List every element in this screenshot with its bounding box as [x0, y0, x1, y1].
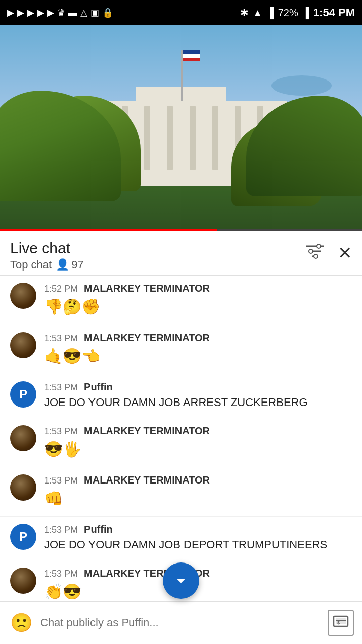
live-chat-panel: Live chat Top chat 👤 97 ✕ — [0, 231, 362, 613]
chat-input-bar: 🙁 $ — [0, 601, 362, 644]
avatar — [10, 568, 36, 594]
app-icon-1: ▶ — [7, 7, 14, 18]
status-time: 1:54 PM — [313, 6, 355, 19]
msg-text: 👎🤔✊ — [44, 296, 352, 317]
scroll-to-bottom-button[interactable] — [163, 562, 199, 599]
chat-message-1: 1:52 PMMALARKEY TERMINATOR👎🤔✊ — [0, 276, 362, 325]
message-body: 1:53 PMMALARKEY TERMINATOR😎🖐 — [44, 425, 352, 460]
avatar: P — [10, 524, 36, 550]
svg-text:$: $ — [337, 620, 340, 625]
app-icon-4: ▶ — [37, 7, 44, 18]
svg-point-3 — [317, 244, 321, 248]
chat-header: Live chat Top chat 👤 97 ✕ — [0, 231, 362, 276]
msg-author: MALARKEY TERMINATOR — [84, 474, 210, 486]
battery-icon: ▐ — [302, 7, 309, 19]
warning-icon: △ — [80, 7, 87, 18]
superchat-button[interactable]: $ — [328, 610, 354, 636]
video-progress-fill — [0, 229, 217, 231]
msg-time: 1:53 PM — [44, 569, 78, 579]
message-body: 1:53 PMPuffinJOE DO YOUR DAMN JOB ARREST… — [44, 381, 352, 411]
msg-text: JOE DO YOUR DAMN JOB DEPORT TRUMPUTINEER… — [44, 537, 352, 553]
chat-message-6: P1:53 PMPuffinJOE DO YOUR DAMN JOB DEPOR… — [0, 517, 362, 560]
bluetooth-icon: ✱ — [240, 7, 249, 19]
chat-header-right: ✕ — [306, 243, 352, 263]
viewer-number: 97 — [71, 258, 83, 271]
close-icon[interactable]: ✕ — [338, 243, 352, 263]
msg-text: JOE DO YOUR DAMN JOB ARREST ZUCKERBERG — [44, 395, 352, 411]
msg-author: MALARKEY TERMINATOR — [84, 283, 210, 294]
avatar — [10, 474, 36, 501]
flag — [183, 50, 200, 61]
msg-emojis: 👊 — [44, 490, 63, 507]
status-right-icons: ✱ ▲ ▐ 72% ▐ 1:54 PM — [240, 6, 355, 19]
msg-text: 👊 — [44, 488, 352, 509]
superchat-icon: $ — [333, 613, 349, 633]
msg-time: 1:53 PM — [44, 475, 78, 486]
msg-author: MALARKEY TERMINATOR — [84, 425, 210, 437]
svg-point-4 — [309, 249, 313, 253]
chat-message-5: 1:53 PMMALARKEY TERMINATOR👊 — [0, 467, 362, 517]
video-player[interactable] — [0, 25, 362, 231]
status-bar: ▶ ▶ ▶ ▶ ▶ ♛ ▬ △ ▣ 🔒 ✱ ▲ ▐ 72% ▐ 1:54 PM — [0, 0, 362, 25]
app-icon-5: ▶ — [47, 7, 54, 18]
chat-title: Live chat — [10, 239, 84, 256]
avatar — [10, 425, 36, 451]
msg-author: Puffin — [84, 381, 113, 393]
emoji-button[interactable]: 🙁 — [8, 610, 34, 636]
message-body: 1:53 PMPuffinJOE DO YOUR DAMN JOB DEPORT… — [44, 524, 352, 553]
chat-message-2: 1:53 PMMALARKEY TERMINATOR🤙😎👈 — [0, 325, 362, 374]
message-body: 1:52 PMMALARKEY TERMINATOR👎🤔✊ — [44, 283, 352, 317]
notification-icons: ▶ ▶ ▶ ▶ ▶ ♛ ▬ △ ▣ 🔒 — [7, 7, 113, 18]
lock-icon: 🔒 — [102, 7, 113, 18]
msg-emojis: 👎🤔✊ — [44, 298, 100, 315]
msg-text: 😎🖐 — [44, 439, 352, 460]
msg-time: 1:53 PM — [44, 525, 78, 535]
svg-point-5 — [314, 254, 318, 258]
msg-emojis: 😎🖐 — [44, 441, 81, 457]
chat-input[interactable] — [40, 610, 322, 636]
chat-subtitle: Top chat 👤 97 — [10, 258, 84, 271]
viewer-count: 👤 97 — [56, 258, 83, 271]
msg-time: 1:52 PM — [44, 284, 78, 294]
chat-header-left: Live chat Top chat 👤 97 — [10, 239, 84, 271]
msg-time: 1:53 PM — [44, 333, 78, 344]
msg-time: 1:53 PM — [44, 426, 78, 437]
chat-message-3: P1:53 PMPuffinJOE DO YOUR DAMN JOB ARRES… — [0, 374, 362, 418]
app-icon-3: ▶ — [27, 7, 34, 18]
wifi-icon: ▲ — [253, 7, 263, 19]
signal-icon: ▐ — [266, 7, 274, 19]
water — [272, 75, 332, 96]
avatar — [10, 283, 36, 309]
top-chat-label[interactable]: Top chat — [10, 258, 52, 271]
app-icon-2: ▶ — [17, 7, 24, 18]
msg-time: 1:53 PM — [44, 382, 78, 393]
msg-emojis: 👏😎 — [44, 583, 81, 600]
video-progress-bar[interactable] — [0, 229, 362, 231]
avatar — [10, 332, 36, 358]
image-icon: ▣ — [90, 7, 99, 18]
msg-emojis: 🤙😎👈 — [44, 348, 100, 364]
msg-author: Puffin — [84, 524, 113, 535]
msg-author: MALARKEY TERMINATOR — [84, 332, 210, 344]
viewer-icon: 👤 — [56, 258, 69, 271]
message-body: 1:53 PMMALARKEY TERMINATOR🤙😎👈 — [44, 332, 352, 367]
battery-percent: 72% — [278, 7, 298, 19]
filter-icon[interactable] — [306, 244, 324, 262]
chat-message-4: 1:53 PMMALARKEY TERMINATOR😎🖐 — [0, 418, 362, 467]
msg-text: 🤙😎👈 — [44, 346, 352, 367]
message-body: 1:53 PMMALARKEY TERMINATOR👊 — [44, 474, 352, 509]
avatar: P — [10, 381, 36, 408]
crown-icon: ♛ — [57, 7, 65, 18]
emoji-face-icon: 🙁 — [10, 612, 33, 633]
folder-icon: ▬ — [68, 8, 77, 18]
